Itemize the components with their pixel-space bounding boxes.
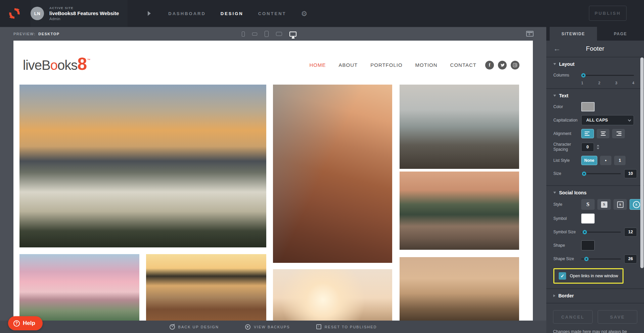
shape-size-slider[interactable] [581,257,621,261]
align-right-button[interactable] [612,129,625,138]
site-nav-about[interactable]: ABOUT [339,62,358,68]
eye-icon [245,324,250,330]
list-style-row: List Style None • 1 [553,156,634,165]
site-nav-motion[interactable]: MOTION [415,62,438,68]
reset-icon [316,324,321,329]
symbol-size-slider[interactable] [581,230,621,234]
nav-content[interactable]: CONTENT [258,11,286,16]
publish-button[interactable]: PUBLISH [589,6,627,21]
symbol-size-row: Symbol Size 12 [553,227,634,237]
preview-bar: PREVIEW: DESKTOP [0,27,546,41]
capitalization-dropdown[interactable]: ALL CAPS [581,115,634,125]
help-button[interactable]: ? Help [8,316,43,330]
expand-triangle-icon [553,294,555,297]
text-size-value[interactable]: 10 [624,169,637,178]
workspace: PREVIEW: DESKTOP liveBooks8™ [0,27,546,333]
avatar: LN [31,7,44,20]
gallery-photo-rocky-seascape[interactable] [400,85,519,169]
tablet-portrait-icon[interactable] [265,31,269,37]
symbol-color-swatch[interactable] [581,213,595,224]
gallery-photo-lake-reflection[interactable] [400,172,519,250]
list-style-bullet-button[interactable]: • [600,156,611,165]
site-nav-contact[interactable]: CONTACT [450,62,476,68]
section-social-header[interactable]: Social Icons [553,190,634,195]
panel-scrollbar[interactable] [640,57,644,268]
shape-size-value[interactable]: 26 [624,254,637,264]
logo-trademark: ™ [87,58,90,62]
nav-design[interactable]: DESIGN [221,11,243,16]
collapse-triangle-icon [553,192,556,194]
site-nav-home[interactable]: HOME [310,62,326,68]
list-style-none-button[interactable]: None [581,156,597,165]
open-links-label: Open links in new window [570,274,618,278]
alignment-row: Alignment [553,129,634,138]
backup-design-button[interactable]: BACK UP DESIGN [170,324,219,330]
align-left-button[interactable] [581,129,594,138]
open-links-checkbox[interactable]: ✓ [559,272,566,280]
site-switcher-arrow-icon[interactable] [148,11,151,16]
backup-icon [170,324,175,330]
character-spacing-input[interactable]: 0 [581,143,594,152]
panel-body: ← Footer Layout Columns [546,41,644,333]
text-size-slider[interactable] [581,172,621,176]
symbol-size-slider-thumb[interactable] [583,230,587,234]
cancel-button[interactable]: CANCEL [553,310,593,324]
desktop-icon[interactable] [289,32,296,37]
site-header: liveBooks8™ HOME ABOUT PORTFOLIO MOTION … [13,41,533,85]
open-links-highlight-box: ✓ Open links in new window [553,268,624,284]
text-size-slider-thumb[interactable] [582,172,586,176]
reset-to-published-button[interactable]: RESET TO PUBLISHED [316,324,377,329]
site-nav-portfolio[interactable]: PORTFOLIO [370,62,402,68]
style-square-outline-button[interactable]: S [613,199,627,210]
list-style-number-button[interactable]: 1 [614,156,626,165]
columns-slider[interactable] [581,73,634,78]
settings-sidebar: SITEWIDE PAGE ← Footer Layout Columns [546,27,644,333]
phone-landscape-icon[interactable] [252,33,257,36]
facebook-icon[interactable]: f [485,61,494,69]
stepper-down-icon[interactable] [597,148,599,149]
logo-text-2: oks [57,58,77,73]
style-square-filled-button[interactable]: S [597,199,611,210]
columns-slider-thumb[interactable] [581,73,586,78]
active-site-chip[interactable]: LN ACTIVE SITE liveBooks8 Features Websi… [31,0,128,27]
section-text-header[interactable]: Text [553,93,634,98]
nav-dashboard[interactable]: DASHBOARD [168,11,206,16]
gallery-photo-coastal-road[interactable] [273,85,392,263]
symbol-size-value[interactable]: 12 [624,228,637,237]
section-border-header[interactable]: Border [553,293,634,298]
gallery-photo-mountain-sunset[interactable] [19,85,266,247]
save-button[interactable]: SAVE [598,310,637,324]
social-style-row: Style S S S S [553,199,634,210]
main-area: PREVIEW: DESKTOP liveBooks8™ [0,27,644,333]
sidebar-tabs: SITEWIDE PAGE [546,27,644,41]
section-layout: Layout Columns 1 2 3 4 [546,57,644,88]
device-preview-toggles [242,31,296,37]
text-color-swatch[interactable] [581,102,595,111]
shape-size-slider-thumb[interactable] [584,257,589,261]
character-spacing-row: Character Spacing 0 [553,142,634,152]
twitter-icon[interactable] [498,61,507,69]
section-layout-header[interactable]: Layout [553,61,634,67]
open-new-window-icon[interactable] [526,31,534,37]
tab-page[interactable]: PAGE [597,27,644,41]
shape-size-row: Shape Size 26 [553,254,634,264]
section-text: Text Color Capitalization ALL CAPS [546,88,644,185]
stepper-up-icon[interactable] [597,145,599,146]
shape-color-swatch[interactable] [581,240,595,250]
settings-gear-icon[interactable]: ⚙ [301,10,308,17]
section-border: Border [546,288,644,303]
tab-sitewide[interactable]: SITEWIDE [550,27,597,41]
tablet-landscape-icon[interactable] [276,32,282,36]
livebooks-logo-icon[interactable] [8,7,20,19]
phone-portrait-icon[interactable] [242,32,245,37]
symbol-row: Symbol [553,213,634,224]
site-page-preview[interactable]: liveBooks8™ HOME ABOUT PORTFOLIO MOTION … [13,41,533,333]
back-arrow-icon[interactable]: ← [553,45,561,52]
shape-row: Shape [553,240,634,250]
site-info: ACTIVE SITE liveBooks8 Features Website … [49,6,119,21]
align-center-button[interactable] [597,129,609,138]
site-logo[interactable]: liveBooks8™ [23,57,90,73]
style-plain-button[interactable]: S [581,199,595,210]
instagram-icon[interactable] [511,61,519,69]
view-backups-button[interactable]: VIEW BACKUPS [245,324,290,330]
